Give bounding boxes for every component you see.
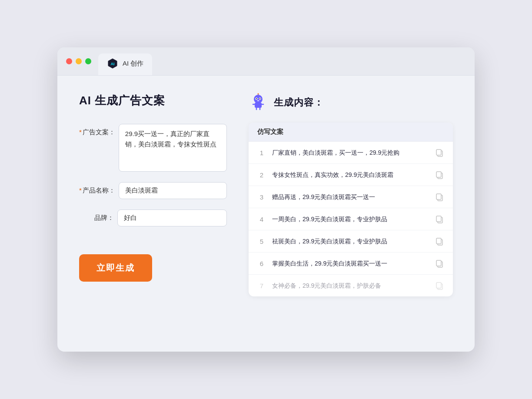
product-name-input[interactable] [119,182,227,199]
required-star-2: * [79,186,82,194]
right-panel: 生成内容： 仿写文案 1 厂家直销，美白淡斑霜，买一送一，29.9元抢购 2 专… [249,93,453,296]
right-title: 生成内容： [274,96,324,109]
minimize-button[interactable] [76,58,82,64]
result-row: 6 掌握美白生活，29.9元美白淡斑霜买一送一 [249,253,453,275]
svg-point-10 [258,93,259,95]
result-row: 5 祛斑美白，29.9元美白淡斑霜，专业护肤品 [249,230,453,253]
row-text-2: 专抹女性斑点，真实功效，29.9元美白淡斑霜 [272,170,429,180]
svg-rect-18 [436,172,441,177]
svg-rect-24 [436,238,441,244]
maximize-button[interactable] [85,58,91,64]
svg-rect-16 [436,150,441,155]
page-title: AI 生成广告文案 [79,93,227,108]
traffic-lights [66,58,91,70]
svg-rect-8 [257,100,259,101]
row-text-1: 厂家直销，美白淡斑霜，买一送一，29.9元抢购 [272,148,429,157]
svg-rect-28 [436,283,441,288]
row-num-2: 2 [257,171,266,179]
result-row-faded: 7 女神必备，29.9元美白淡斑霜，护肤必备 [249,275,453,296]
row-text-5: 祛斑美白，29.9元美白淡斑霜，专业护肤品 [272,237,429,246]
row-text-4: 一周美白，29.9元美白淡斑霜，专业护肤品 [272,215,429,224]
content-area: AI 生成广告文案 *广告文案： 29.9买一送一，真正的厂家直销，美白淡斑霜，… [57,76,475,314]
brand-row: 品牌： [79,209,227,226]
svg-point-2 [254,95,263,103]
ad-copy-input[interactable]: 29.9买一送一，真正的厂家直销，美白淡斑霜，专抹女性斑点 [119,124,227,172]
copy-icon-5[interactable] [435,236,444,246]
svg-rect-3 [255,103,262,108]
title-bar: AI AI 创作 [57,47,475,76]
row-text-6: 掌握美白生活，29.9元美白淡斑霜买一送一 [272,259,429,268]
right-header: 生成内容： [249,93,453,112]
copy-icon-4[interactable] [435,214,444,224]
table-header: 仿写文案 [249,123,453,142]
row-num-4: 4 [257,216,266,223]
row-num-6: 6 [257,260,266,267]
row-num-7: 7 [257,282,266,289]
result-row: 2 专抹女性斑点，真实功效，29.9元美白淡斑霜 [249,164,453,186]
ai-tab-icon: AI [107,58,118,69]
copy-icon-2[interactable] [435,170,444,180]
row-text-7: 女神必备，29.9元美白淡斑霜，护肤必备 [272,281,429,290]
ad-copy-row: *广告文案： 29.9买一送一，真正的厂家直销，美白淡斑霜，专抹女性斑点 [79,124,227,172]
results-table: 仿写文案 1 厂家直销，美白淡斑霜，买一送一，29.9元抢购 2 专抹女性斑点，… [249,123,453,296]
svg-rect-20 [436,194,441,200]
row-num-5: 5 [257,238,266,245]
row-num-3: 3 [257,193,266,201]
product-name-row: *产品名称： [79,182,227,199]
browser-window: AI AI 创作 AI 生成广告文案 *广告文案： 29.9买一送一，真正的厂家… [57,47,475,352]
copy-icon-3[interactable] [435,192,444,202]
ad-copy-label: *广告文案： [79,124,115,136]
copy-icon-1[interactable] [435,148,444,157]
required-star-1: * [79,128,82,136]
svg-point-6 [256,98,257,99]
left-panel: AI 生成广告文案 *广告文案： 29.9买一送一，真正的厂家直销，美白淡斑霜，… [79,93,227,296]
generate-button[interactable]: 立即生成 [79,254,152,282]
robot-icon [249,93,268,112]
tab-label: AI 创作 [123,60,143,68]
close-button[interactable] [66,58,72,64]
row-num-1: 1 [257,149,266,156]
copy-icon-7[interactable] [435,281,444,290]
ai-tab[interactable]: AI AI 创作 [98,53,152,75]
svg-text:AI: AI [111,62,115,66]
result-row: 3 赠品再送，29.9元美白淡斑霜买一送一 [249,186,453,208]
brand-input[interactable] [117,209,227,226]
svg-rect-26 [436,260,441,266]
row-text-3: 赠品再送，29.9元美白淡斑霜买一送一 [272,193,429,202]
product-name-label: *产品名称： [79,182,115,195]
svg-point-7 [259,98,260,99]
result-row: 4 一周美白，29.9元美白淡斑霜，专业护肤品 [249,208,453,230]
copy-icon-6[interactable] [435,259,444,268]
result-row: 1 厂家直销，美白淡斑霜，买一送一，29.9元抢购 [249,142,453,164]
brand-label: 品牌： [79,209,114,222]
svg-rect-22 [436,216,441,222]
